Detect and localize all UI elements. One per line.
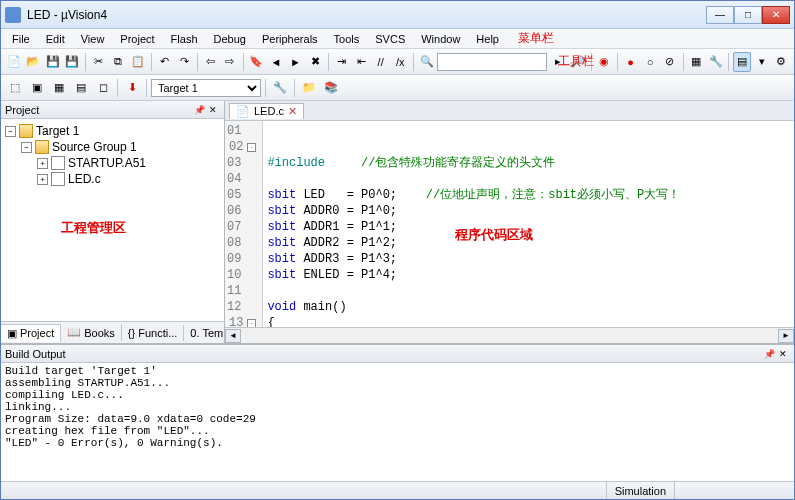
line-gutter: 0102-0304050607080910111213-141516	[225, 121, 263, 327]
tree-target[interactable]: − Target 1	[5, 123, 220, 139]
scroll-left-icon[interactable]: ◄	[225, 329, 241, 343]
breakpoint-kill-icon[interactable]: ⊘	[661, 52, 679, 72]
target-select[interactable]: Target 1	[151, 79, 261, 97]
toolbox-icon[interactable]: 🔧	[707, 52, 725, 72]
open-file-icon[interactable]: 📂	[25, 52, 43, 72]
breakpoint-disable-icon[interactable]: ○	[641, 52, 659, 72]
menu-help[interactable]: Help	[469, 31, 506, 47]
options-icon[interactable]: 🔧	[270, 78, 290, 98]
translate-icon[interactable]: ⬚	[5, 78, 25, 98]
project-tab-icon: ▣	[7, 327, 17, 340]
maximize-button[interactable]: □	[734, 6, 762, 24]
app-window: LED - µVision4 — □ ✕ File Edit View Proj…	[0, 0, 795, 500]
build-icon[interactable]: ▣	[27, 78, 47, 98]
code-area[interactable]: 0102-0304050607080910111213-141516 #incl…	[225, 121, 794, 327]
tab-close-icon[interactable]: ✕	[288, 105, 297, 118]
batch-build-icon[interactable]: ▤	[71, 78, 91, 98]
save-icon[interactable]: 💾	[44, 52, 62, 72]
undo-icon[interactable]: ↶	[156, 52, 174, 72]
expand-icon[interactable]: +	[37, 174, 48, 185]
redo-icon[interactable]: ↷	[175, 52, 193, 72]
minimize-button[interactable]: —	[706, 6, 734, 24]
pin-icon[interactable]: 📌	[762, 347, 776, 361]
tree-file[interactable]: + STARTUP.A51	[5, 155, 220, 171]
rebuild-icon[interactable]: ▦	[49, 78, 69, 98]
breakpoint-icon[interactable]: ●	[622, 52, 640, 72]
manage-icon[interactable]: ⚙	[772, 52, 790, 72]
panel-close-icon[interactable]: ✕	[206, 103, 220, 117]
debug-icon[interactable]: ◉	[595, 52, 613, 72]
find-combo[interactable]	[437, 53, 547, 71]
menu-project[interactable]: Project	[113, 31, 161, 47]
menu-edit[interactable]: Edit	[39, 31, 72, 47]
output-panel: Build Output 📌 ✕ Build target 'Target 1'…	[1, 343, 794, 481]
tree-group[interactable]: − Source Group 1	[5, 139, 220, 155]
tab-functions[interactable]: {}Functi...	[122, 325, 184, 341]
window-icon[interactable]: ▦	[687, 52, 705, 72]
copy-icon[interactable]: ⧉	[110, 52, 128, 72]
functions-tab-icon: {}	[128, 327, 135, 339]
window-title: LED - µVision4	[27, 8, 706, 22]
toolbar-main: 📄 📂 💾 💾 ✂ ⧉ 📋 ↶ ↷ ⇦ ⇨ 🔖 ◄ ► ✖ ⇥ ⇤ // /x …	[1, 49, 794, 75]
menu-debug[interactable]: Debug	[207, 31, 253, 47]
editor-hscrollbar[interactable]: ◄ ►	[225, 327, 794, 343]
bookmark-icon[interactable]: 🔖	[248, 52, 266, 72]
find-icon[interactable]: 🔍	[418, 52, 436, 72]
file-icon	[51, 172, 65, 186]
code-text[interactable]: #include //包含特殊功能寄存器定义的头文件sbit LED = P0^…	[263, 121, 684, 327]
expand-icon[interactable]: +	[37, 158, 48, 169]
close-button[interactable]: ✕	[762, 6, 790, 24]
titlebar[interactable]: LED - µVision4 — □ ✕	[1, 1, 794, 29]
tree-file[interactable]: + LED.c	[5, 171, 220, 187]
paste-icon[interactable]: 📋	[129, 52, 147, 72]
bookmark-clear-icon[interactable]: ✖	[306, 52, 324, 72]
expand-icon[interactable]: −	[5, 126, 16, 137]
annotation-menubar: 菜单栏	[518, 30, 554, 47]
menu-view[interactable]: View	[74, 31, 112, 47]
stop-build-icon[interactable]: ◻	[93, 78, 113, 98]
uncomment-icon[interactable]: /x	[391, 52, 409, 72]
output-panel-title: Build Output	[5, 348, 762, 360]
menu-file[interactable]: File	[5, 31, 37, 47]
tab-project[interactable]: ▣Project	[1, 324, 61, 342]
editor-tabs: 📄 LED.c ✕	[225, 101, 794, 121]
menu-window[interactable]: Window	[414, 31, 467, 47]
templates-tab-icon: 0.	[190, 327, 199, 339]
file-ext-icon[interactable]: 📁	[299, 78, 319, 98]
project-tree[interactable]: − Target 1 − Source Group 1 + STARTUP.A5…	[1, 119, 224, 321]
download-icon[interactable]: ⬇	[122, 78, 142, 98]
annotation-project: 工程管理区	[61, 219, 126, 237]
expand-icon[interactable]: −	[21, 142, 32, 153]
file-icon: 📄	[236, 105, 250, 118]
tree-file-label: STARTUP.A51	[68, 156, 146, 170]
bookmark-next-icon[interactable]: ►	[287, 52, 305, 72]
config-icon[interactable]: ▤	[733, 52, 751, 72]
cut-icon[interactable]: ✂	[90, 52, 108, 72]
scroll-right-icon[interactable]: ►	[778, 329, 794, 343]
dropdown-icon[interactable]: ▾	[753, 52, 771, 72]
editor-tab-led[interactable]: 📄 LED.c ✕	[229, 103, 304, 119]
bookmark-prev-icon[interactable]: ◄	[267, 52, 285, 72]
nav-back-icon[interactable]: ⇦	[202, 52, 220, 72]
output-text[interactable]: Build target 'Target 1' assembling START…	[1, 363, 794, 500]
menu-tools[interactable]: Tools	[327, 31, 367, 47]
output-panel-header[interactable]: Build Output 📌 ✕	[1, 345, 794, 363]
panel-close-icon[interactable]: ✕	[776, 347, 790, 361]
project-panel-header[interactable]: Project 📌 ✕	[1, 101, 224, 119]
menu-svcs[interactable]: SVCS	[368, 31, 412, 47]
save-all-icon[interactable]: 💾	[64, 52, 82, 72]
outdent-icon[interactable]: ⇤	[352, 52, 370, 72]
file-icon	[51, 156, 65, 170]
tree-file-label: LED.c	[68, 172, 101, 186]
tab-books[interactable]: 📖Books	[61, 324, 122, 341]
manage-books-icon[interactable]: 📚	[321, 78, 341, 98]
comment-icon[interactable]: //	[372, 52, 390, 72]
nav-forward-icon[interactable]: ⇨	[221, 52, 239, 72]
new-file-icon[interactable]: 📄	[5, 52, 23, 72]
tab-templates[interactable]: 0.Templ...	[184, 325, 224, 341]
indent-icon[interactable]: ⇥	[333, 52, 351, 72]
menu-flash[interactable]: Flash	[164, 31, 205, 47]
pin-icon[interactable]: 📌	[192, 103, 206, 117]
project-tabs: ▣Project 📖Books {}Functi... 0.Templ...	[1, 321, 224, 343]
menu-peripherals[interactable]: Peripherals	[255, 31, 325, 47]
